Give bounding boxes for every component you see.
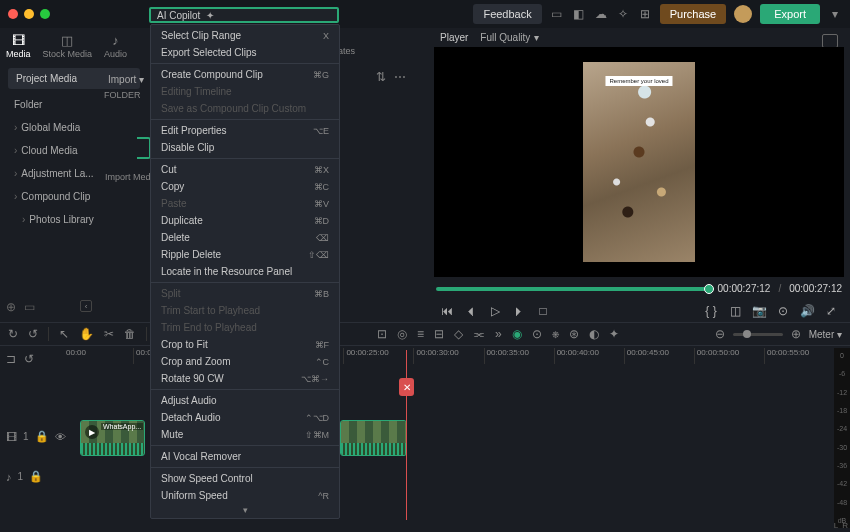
effects-icon[interactable]: ✦ [609,327,619,341]
menu-item-uniform-speed[interactable]: Uniform Speed^R [151,487,339,504]
menu-item-ripple-delete[interactable]: Ripple Delete⇧⌫ [151,246,339,263]
cut-tool-icon[interactable]: ✂ [104,327,114,341]
close-window[interactable] [8,9,18,19]
device-icon[interactable]: ▭ [550,7,564,21]
loop-icon[interactable]: ↺ [24,352,34,366]
menu-item-rotate-90-cw[interactable]: Rotate 90 CW⌥⌘→ [151,370,339,387]
stop-icon[interactable]: □ [536,304,550,318]
target-icon[interactable]: ◎ [397,327,407,341]
prev-frame-icon[interactable]: ⏮ [440,304,454,318]
hand-icon[interactable]: ✋ [79,327,94,341]
menu-item-cut[interactable]: Cut⌘X [151,161,339,178]
layout-icon[interactable]: ◧ [572,7,586,21]
keyframe-icon[interactable]: ◇ [454,327,463,341]
menu-item-adjust-audio[interactable]: Adjust Audio [151,392,339,409]
link-icon[interactable]: ⫘ [473,327,485,341]
audio-track-header[interactable]: ♪ 1 🔒 [6,470,62,483]
tab-stock-media[interactable]: ◫ Stock Media [43,34,93,59]
help-icon[interactable]: ✧ [616,7,630,21]
timeline-clip-1[interactable]: ▶ WhatsApp... [80,420,145,456]
mix-icon[interactable]: ⎈ [552,327,559,341]
collapse-panel-icon[interactable]: ‹ [80,300,92,312]
avatar[interactable] [734,5,752,23]
playhead-handle[interactable]: ✕ [399,378,414,396]
menu-item-export-selected-clips[interactable]: Export Selected Clips [151,44,339,61]
tab-media[interactable]: 🎞 Media [6,34,31,59]
sidebar-item-compound[interactable]: Compound Clip [0,185,148,208]
sidebar-item-global[interactable]: Global Media [0,116,148,139]
lock-icon[interactable]: 🔒 [35,430,49,443]
menu-item-ai-vocal-remover[interactable]: AI Vocal Remover [151,448,339,465]
menu-item-create-compound-clip[interactable]: Create Compound Clip⌘G [151,66,339,83]
menu-item-show-speed-control[interactable]: Show Speed Control [151,470,339,487]
menu-item-crop-to-fit[interactable]: Crop to Fit⌘F [151,336,339,353]
pointer-icon[interactable]: ↖ [59,327,69,341]
meter-dropdown[interactable]: Meter ▾ [809,329,842,340]
menu-item-select-clip-range[interactable]: Select Clip RangeX [151,27,339,44]
menu-item-disable-clip[interactable]: Disable Clip [151,139,339,156]
play-icon[interactable]: ▷ [488,304,502,318]
feedback-button[interactable]: Feedback [473,4,541,24]
sidebar-item-photos[interactable]: Photos Library [0,208,148,231]
bin-icon[interactable]: ▭ [24,300,35,314]
export-dropdown-icon[interactable]: ▾ [828,7,842,21]
new-bin-icon[interactable]: ⊕ [6,300,16,314]
menu-item-crop-and-zoom[interactable]: Crop and Zoom⌃C [151,353,339,370]
lock-icon[interactable]: 🔒 [29,470,43,483]
zoom-out-icon[interactable]: ⊖ [715,327,725,341]
eq-icon[interactable]: ≡ [417,327,424,341]
menu-item-delete[interactable]: Delete⌫ [151,229,339,246]
scrub-thumb[interactable] [704,284,714,294]
speed-icon[interactable]: ⊛ [569,327,579,341]
timeline-clip-2[interactable] [340,420,407,456]
cloud-icon[interactable]: ☁ [594,7,608,21]
step-fwd-icon[interactable]: ⏵ [512,304,526,318]
undo-icon[interactable]: ↺ [28,327,38,341]
player-quality-dropdown[interactable]: Full Quality ▾ [480,32,539,43]
zoom-in-icon[interactable]: ⊕ [791,327,801,341]
export-button[interactable]: Export [760,4,820,24]
grid-icon[interactable]: ⊞ [638,7,652,21]
video-track-header[interactable]: 🎞 1 🔒 👁 [6,430,62,443]
menu-item-locate-in-the-resource-panel[interactable]: Locate in the Resource Panel [151,263,339,280]
redo-icon[interactable]: ↻ [8,327,18,341]
menu-more-indicator[interactable]: ▾ [151,504,339,516]
marker-icon[interactable]: ⊙ [776,304,790,318]
zoom-thumb[interactable] [743,330,751,338]
ai-copilot-field[interactable]: AI Copilot ✦ [149,7,339,23]
minimize-window[interactable] [24,9,34,19]
fit-icon[interactable]: ⊡ [377,327,387,341]
trash-icon[interactable]: 🗑 [124,327,136,341]
filter-icon[interactable]: ⇅ [376,70,386,84]
magnet-icon[interactable]: ⊐ [6,352,16,366]
fullscreen-icon[interactable]: ⤢ [824,304,838,318]
add-folder-edge[interactable] [137,137,151,159]
player-expand-icon[interactable] [822,34,838,48]
step-back-icon[interactable]: ⏴ [464,304,478,318]
menu-item-edit-properties[interactable]: Edit Properties⌥E [151,122,339,139]
scrub-track[interactable] [436,287,710,291]
color-icon[interactable]: ◐ [589,327,599,341]
volume-icon[interactable]: 🔊 [800,304,814,318]
snapshot-icon[interactable]: 📷 [752,304,766,318]
menu-item-copy[interactable]: Copy⌘C [151,178,339,195]
compare-icon[interactable]: ◫ [728,304,742,318]
more-icon[interactable]: ⋯ [394,70,406,84]
playhead[interactable]: ✕ [406,350,407,520]
next-icon[interactable]: » [495,327,502,341]
import-dropdown[interactable]: Import ▾ [108,74,144,85]
braces-icon[interactable]: { } [704,304,718,318]
record-icon[interactable]: ⊙ [532,327,542,341]
mute-icon[interactable]: 👁 [55,431,66,443]
ai-icon[interactable]: ◉ [512,327,522,341]
menu-item-mute[interactable]: Mute⇧⌘M [151,426,339,443]
menu-item-duplicate[interactable]: Duplicate⌘D [151,212,339,229]
crop-tool-icon[interactable]: ⊟ [434,327,444,341]
maximize-window[interactable] [40,9,50,19]
menu-item-detach-audio[interactable]: Detach Audio⌃⌥D [151,409,339,426]
tab-audio[interactable]: ♪ Audio [104,34,127,59]
player-viewport[interactable]: Remember your loved [434,47,844,277]
sidebar-item-cloud[interactable]: Cloud Media [0,139,148,162]
zoom-slider[interactable] [733,333,783,336]
purchase-button[interactable]: Purchase [660,4,726,24]
